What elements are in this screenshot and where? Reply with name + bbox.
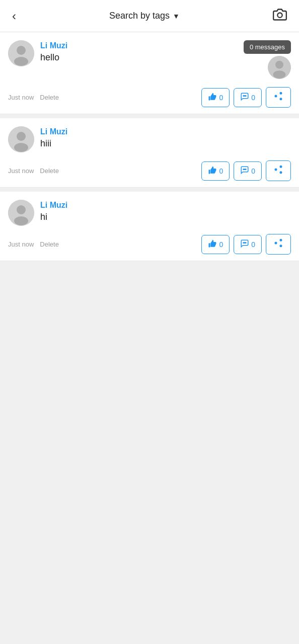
avatar	[8, 200, 34, 226]
post-username[interactable]: Li Muzi	[40, 41, 67, 50]
post-username[interactable]: Li Muzi	[40, 127, 67, 136]
svg-point-16	[244, 169, 245, 170]
post-actions: 0 0	[201, 160, 291, 181]
post-actions: 0 0	[201, 234, 291, 255]
post-time: Just now	[8, 94, 34, 101]
svg-point-6	[273, 70, 286, 78]
comment-button[interactable]: 0	[234, 162, 262, 181]
share-icon	[273, 165, 283, 177]
post-footer: Just now Delete 0	[8, 234, 291, 255]
post-card: Li Muzi hiii Just now Delete 0	[0, 118, 299, 188]
svg-point-2	[17, 46, 26, 55]
svg-rect-21	[209, 243, 210, 247]
back-button[interactable]: ‹	[8, 5, 20, 27]
post-meta: Just now Delete	[8, 167, 59, 175]
post-message: hiii	[40, 138, 67, 149]
post-left: Li Muzi hello	[8, 40, 67, 66]
delete-button[interactable]: Delete	[40, 240, 59, 248]
share-icon	[273, 238, 283, 251]
svg-point-3	[14, 57, 28, 66]
avatar-secondary	[268, 56, 291, 79]
like-count: 0	[219, 94, 223, 102]
header-title: Search by tags	[109, 11, 170, 21]
thumbs-up-icon	[208, 239, 217, 250]
delete-button[interactable]: Delete	[40, 167, 59, 175]
camera-icon[interactable]	[269, 4, 291, 29]
post-footer: Just now Delete 0	[8, 160, 291, 181]
svg-point-20	[14, 216, 28, 225]
svg-point-24	[246, 242, 247, 243]
comment-count: 0	[251, 94, 255, 102]
like-button[interactable]: 0	[201, 162, 230, 181]
chevron-down-icon: ▼	[173, 12, 180, 20]
messages-tooltip: 0 messages	[244, 40, 291, 54]
svg-point-15	[243, 169, 244, 170]
like-button[interactable]: 0	[201, 88, 230, 107]
svg-point-5	[275, 61, 283, 69]
svg-point-13	[14, 143, 28, 152]
svg-point-0	[277, 13, 282, 17]
comment-button[interactable]: 0	[234, 235, 262, 254]
avatar	[8, 126, 34, 152]
comment-button[interactable]: 0	[234, 88, 262, 107]
like-count: 0	[219, 240, 223, 249]
like-count: 0	[219, 167, 223, 175]
svg-point-19	[17, 205, 26, 214]
like-button[interactable]: 0	[201, 235, 230, 254]
post-username[interactable]: Li Muzi	[40, 201, 67, 210]
share-icon	[273, 91, 283, 104]
post-header: Li Muzi hiii	[8, 126, 291, 152]
svg-point-22	[243, 242, 244, 243]
post-header: Li Muzi hi	[8, 200, 291, 226]
post-header: Li Muzi hello 0 messages	[8, 40, 291, 79]
post-left: Li Muzi hi	[8, 200, 67, 226]
search-by-tags-dropdown[interactable]: Search by tags ▼	[109, 11, 180, 21]
thumbs-up-icon	[208, 166, 217, 177]
share-button[interactable]	[266, 234, 291, 255]
post-card: Li Muzi hello 0 messages	[0, 32, 299, 114]
post-info: Li Muzi hello	[40, 40, 67, 63]
svg-point-10	[246, 95, 247, 96]
delete-button[interactable]: Delete	[40, 94, 59, 101]
post-time: Just now	[8, 167, 34, 175]
svg-rect-14	[209, 170, 210, 174]
post-footer: Just now Delete 0	[8, 87, 291, 108]
post-actions: 0 0	[201, 87, 291, 108]
svg-point-23	[244, 242, 245, 243]
comment-icon	[240, 239, 249, 250]
post-card: Li Muzi hi Just now Delete 0	[0, 192, 299, 261]
thumbs-up-icon	[208, 92, 217, 103]
post-time: Just now	[8, 240, 34, 248]
avatar	[8, 40, 34, 66]
share-button[interactable]	[266, 160, 291, 181]
comment-count: 0	[251, 167, 255, 175]
post-meta: Just now Delete	[8, 240, 59, 248]
svg-rect-7	[209, 96, 210, 100]
post-meta: Just now Delete	[8, 94, 59, 101]
post-left: Li Muzi hiii	[8, 126, 67, 152]
share-button[interactable]	[266, 87, 291, 108]
post-info: Li Muzi hi	[40, 200, 67, 222]
svg-point-9	[244, 95, 245, 96]
posts-list: Li Muzi hello 0 messages	[0, 32, 299, 261]
svg-point-12	[17, 132, 26, 141]
svg-point-17	[246, 169, 247, 170]
comment-icon	[240, 92, 249, 103]
svg-point-8	[243, 95, 244, 96]
comment-icon	[240, 166, 249, 177]
tooltip-label: 0 messages	[250, 43, 285, 51]
comment-count: 0	[251, 240, 255, 249]
post-message: hello	[40, 52, 67, 63]
header: ‹ Search by tags ▼	[0, 0, 299, 32]
post-message: hi	[40, 212, 67, 222]
post-info: Li Muzi hiii	[40, 126, 67, 149]
